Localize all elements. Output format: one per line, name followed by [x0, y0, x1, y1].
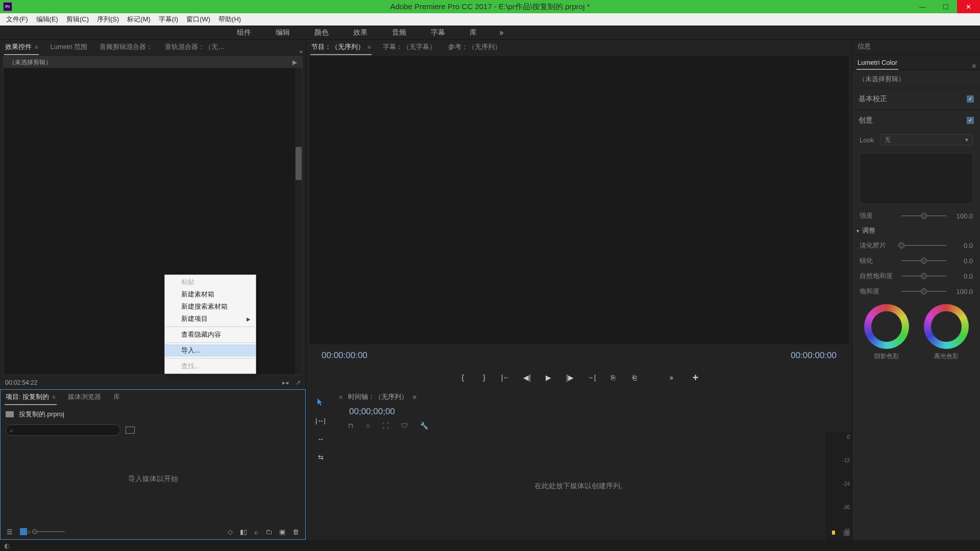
icon-view-icon[interactable]: [20, 528, 27, 535]
nested-seq-icon[interactable]: ⊓: [348, 422, 353, 430]
menu-window[interactable]: 窗口(W): [182, 14, 214, 25]
export-frame-icon[interactable]: ↗: [296, 379, 301, 386]
maximize-button[interactable]: ☐: [934, 0, 957, 13]
play-indicator-icon[interactable]: ▶: [292, 59, 297, 66]
linked-selection-icon[interactable]: ⛶: [382, 422, 389, 430]
lift-icon[interactable]: ⎘: [608, 373, 618, 382]
list-view-icon[interactable]: ☰: [7, 528, 13, 536]
panel-menu-icon[interactable]: ≡: [413, 393, 417, 401]
tab-captions[interactable]: 字幕：（无字幕）: [382, 40, 437, 55]
playhead-only-icon[interactable]: ▸◂: [282, 379, 288, 386]
context-menu-item[interactable]: 新建项目▶: [165, 313, 256, 325]
workspace-audio[interactable]: 音频: [380, 26, 419, 39]
context-menu-item[interactable]: 查看隐藏内容: [165, 329, 256, 341]
minimize-button[interactable]: —: [911, 0, 934, 13]
checkbox-icon[interactable]: ✓: [967, 95, 974, 103]
snap-icon[interactable]: ∩: [365, 422, 370, 430]
project-search-input[interactable]: [6, 424, 120, 436]
sync-settings-icon[interactable]: ◐: [4, 542, 10, 549]
delete-icon[interactable]: 🗑: [292, 528, 299, 536]
panel-menu-icon[interactable]: ≡: [368, 44, 371, 50]
tab-audio-track-mixer[interactable]: 音轨混合器：（无…: [164, 40, 226, 55]
settings-icon[interactable]: 🔧: [420, 422, 428, 430]
slider-value[interactable]: 0.0: [951, 272, 973, 280]
timeline-drop-area[interactable]: 在此处放下媒体以创建序列。: [335, 432, 826, 540]
automate-icon[interactable]: ▮▯: [240, 528, 247, 536]
tab-lumetri-color[interactable]: Lumetri Color: [856, 56, 898, 70]
intensity-slider[interactable]: [901, 215, 946, 216]
look-dropdown[interactable]: 无▾: [880, 134, 973, 145]
workspace-libraries[interactable]: 库: [457, 26, 489, 39]
menu-file[interactable]: 文件(F): [2, 14, 32, 25]
context-menu-item[interactable]: 新建搜索素材箱: [165, 300, 256, 313]
lumetri-creative-section[interactable]: 创意✓: [852, 109, 980, 131]
slider-value[interactable]: 0.0: [951, 242, 973, 249]
tabs-overflow-icon[interactable]: ››: [299, 47, 302, 55]
go-to-out-icon[interactable]: →|: [587, 373, 596, 382]
slider-value[interactable]: 0.0: [951, 257, 973, 265]
context-menu-item[interactable]: 新建素材箱: [165, 288, 256, 300]
zoom-slider[interactable]: ○: [34, 531, 65, 532]
extract-icon[interactable]: ⎗: [630, 373, 639, 382]
menu-sequence[interactable]: 序列(S): [93, 14, 123, 25]
timeline-timecode[interactable]: 00;00;00;00: [335, 405, 852, 419]
highlight-tint-wheel[interactable]: [924, 304, 969, 349]
timeline-tab[interactable]: 时间轴：（无序列）: [348, 392, 408, 402]
menu-edit[interactable]: 编辑(E): [32, 14, 62, 25]
tab-project[interactable]: 项目: 按复制的≡: [5, 390, 57, 405]
context-menu-item[interactable]: 导入...: [165, 344, 256, 357]
go-to-in-icon[interactable]: |←: [501, 373, 510, 382]
menu-title[interactable]: 字幕(I): [155, 14, 182, 25]
new-bin-icon[interactable]: 🗀: [265, 528, 272, 536]
slider-track[interactable]: [901, 276, 946, 277]
play-icon[interactable]: ▶: [544, 373, 553, 382]
track-select-tool-icon[interactable]: |↔|: [315, 415, 326, 426]
intensity-value[interactable]: 100.0: [951, 212, 973, 220]
menu-help[interactable]: 帮助(H): [214, 14, 245, 25]
menu-markers[interactable]: 标记(M): [123, 14, 155, 25]
workspace-effects[interactable]: 效果: [341, 26, 380, 39]
scrollbar[interactable]: [295, 68, 302, 374]
panel-menu-icon[interactable]: ≡: [35, 44, 38, 50]
workspace-color[interactable]: 颜色: [302, 26, 341, 39]
workspace-editing[interactable]: 编辑: [263, 26, 302, 39]
find-icon[interactable]: ⌕: [254, 528, 258, 536]
tab-program[interactable]: 节目：（无序列）≡: [310, 40, 372, 55]
slider-track[interactable]: [901, 245, 946, 246]
checkbox-icon[interactable]: ✓: [967, 117, 974, 124]
step-back-icon[interactable]: ◀|: [523, 373, 532, 382]
mark-out-icon[interactable]: }: [480, 373, 489, 382]
tab-lumetri-scopes[interactable]: Lumetri 范围: [49, 40, 88, 55]
project-drop-area[interactable]: 导入媒体以开始: [6, 437, 300, 521]
slider-track[interactable]: [901, 291, 946, 292]
step-forward-icon[interactable]: |▶: [566, 373, 575, 382]
controls-overflow-icon[interactable]: ››: [667, 373, 676, 382]
tab-info[interactable]: 信息: [856, 39, 872, 55]
new-item-icon[interactable]: ▣: [279, 528, 285, 536]
panel-menu-icon[interactable]: ≡: [972, 62, 976, 70]
selection-tool-icon[interactable]: [315, 396, 326, 408]
mark-in-icon[interactable]: {: [458, 373, 468, 382]
workspace-overflow-icon[interactable]: ››: [499, 28, 503, 37]
tab-reference[interactable]: 参考：（无序列）: [447, 40, 502, 55]
shadow-tint-wheel[interactable]: [864, 304, 909, 349]
tab-audio-clip-mixer[interactable]: 音频剪辑混合器：: [99, 40, 154, 55]
slider-value[interactable]: 100.0: [951, 288, 973, 295]
tab-media-browser[interactable]: 媒体浏览器: [67, 390, 102, 405]
slip-tool-icon[interactable]: ⇆: [315, 452, 326, 463]
program-timecode-out[interactable]: 00:00:00:00: [791, 350, 837, 361]
button-editor-icon[interactable]: +: [691, 373, 700, 382]
workspace-titles[interactable]: 字幕: [419, 26, 457, 39]
program-timecode-in[interactable]: 00:00:00:00: [322, 350, 368, 361]
workspace-assembly[interactable]: 组件: [225, 26, 263, 39]
scrollbar-thumb[interactable]: [296, 147, 302, 180]
adjust-section[interactable]: ▾调整: [852, 223, 980, 238]
menu-clip[interactable]: 剪辑(C): [62, 14, 93, 25]
ripple-edit-tool-icon[interactable]: ↔: [315, 433, 326, 444]
sort-icon[interactable]: ◇: [228, 528, 233, 536]
tab-effect-controls[interactable]: 效果控件≡: [4, 40, 39, 55]
tab-libraries[interactable]: 库: [112, 390, 121, 405]
marker-icon[interactable]: 🛡: [401, 422, 408, 430]
lumetri-basic-section[interactable]: 基本校正✓: [852, 88, 980, 109]
slider-track[interactable]: [901, 260, 946, 261]
